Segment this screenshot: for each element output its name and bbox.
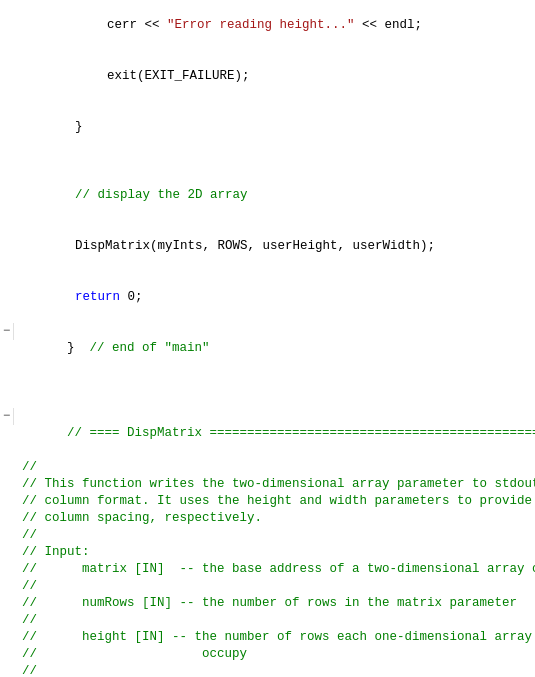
collapse-icon[interactable]: − — [3, 408, 10, 425]
code-line: // — [0, 578, 535, 595]
collapse-icon[interactable]: − — [3, 323, 10, 340]
code-line: return 0; — [0, 272, 535, 323]
code-line: } — [0, 102, 535, 153]
line-content: DispMatrix(myInts, ROWS, userHeight, use… — [18, 221, 535, 272]
code-line: cerr << "Error reading height..." << end… — [0, 0, 535, 51]
code-line — [0, 391, 535, 408]
code-line — [0, 153, 535, 170]
line-content: } // end of "main" — [18, 323, 535, 374]
code-line: // numRows [IN] -- the number of rows in… — [0, 595, 535, 612]
code-line — [0, 374, 535, 391]
line-content: // ==== DispMatrix =====================… — [18, 408, 535, 459]
gutter-collapse[interactable]: − — [0, 323, 14, 340]
code-line: // matrix [IN] -- the base address of a … — [0, 561, 535, 578]
gutter-collapse[interactable]: − — [0, 408, 14, 425]
code-line: // display the 2D array — [0, 170, 535, 221]
code-line: // — [0, 459, 535, 476]
code-line: DispMatrix(myInts, ROWS, userHeight, use… — [0, 221, 535, 272]
code-line: // height [IN] -- the number of rows eac… — [0, 629, 535, 646]
line-content: } — [18, 102, 535, 153]
code-line-main-end: − } // end of "main" — [0, 323, 535, 374]
code-line: // — [0, 612, 535, 629]
line-content: return 0; — [18, 272, 535, 323]
code-line: // column format. It uses the height and… — [0, 493, 535, 510]
code-line: // — [0, 527, 535, 544]
code-editor: cerr << "Error reading height..." << end… — [0, 0, 535, 677]
code-line: // Input: — [0, 544, 535, 561]
code-line-dispmatrix-header: − // ==== DispMatrix ===================… — [0, 408, 535, 459]
code-line: // occupy — [0, 646, 535, 663]
code-line: // column spacing, respectively. — [0, 510, 535, 527]
line-content — [18, 153, 535, 170]
line-content: exit(EXIT_FAILURE); — [18, 51, 535, 102]
line-content: cerr << "Error reading height..." << end… — [18, 0, 535, 51]
line-content: // display the 2D array — [18, 170, 535, 221]
code-line: // — [0, 663, 535, 677]
code-line: // This function writes the two-dimensio… — [0, 476, 535, 493]
code-line: exit(EXIT_FAILURE); — [0, 51, 535, 102]
